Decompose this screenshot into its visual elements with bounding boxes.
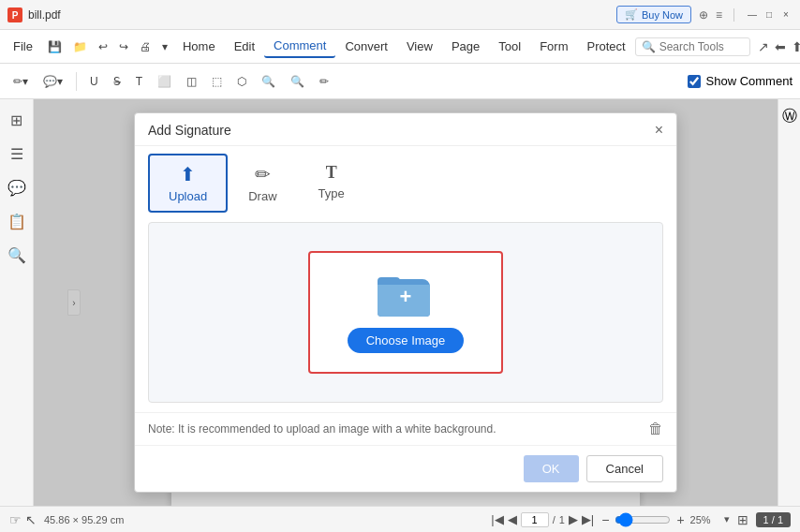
- app-icon: P: [7, 7, 22, 22]
- last-page-btn[interactable]: ▶|: [582, 512, 594, 526]
- sidebar-comments-icon[interactable]: 💬: [4, 174, 30, 200]
- underline-btn[interactable]: U: [84, 72, 104, 91]
- shape2-btn[interactable]: ⬡: [231, 72, 252, 91]
- cursor-hand-icon[interactable]: ☞: [9, 512, 22, 527]
- menu-comment[interactable]: Comment: [264, 35, 335, 58]
- folder-plus-icon: +: [400, 285, 412, 309]
- menu-right-icons: ↗ ⬅ ⬆: [758, 39, 800, 54]
- menu-edit[interactable]: Edit: [225, 36, 264, 57]
- forward-icon[interactable]: ⬆: [792, 39, 800, 54]
- text-btn[interactable]: T: [130, 72, 148, 91]
- tab-type[interactable]: T Type: [298, 154, 365, 213]
- upload-tab-icon: ⬆: [180, 163, 196, 185]
- toolbar-save[interactable]: 💾: [42, 37, 67, 56]
- toolbar-print[interactable]: 🖨: [134, 37, 156, 56]
- menu-bar: File 💾 📁 ↩ ↪ 🖨 ▾ Home Edit Comment Conve…: [0, 30, 800, 64]
- show-comment-label: Show Comment: [706, 74, 793, 88]
- cursor-arrow-icon[interactable]: ↖: [25, 512, 37, 527]
- share-icon[interactable]: ↗: [758, 39, 769, 54]
- first-page-btn[interactable]: |◀: [491, 512, 503, 526]
- dialog-title: Add Signature: [148, 123, 231, 138]
- minimize-button[interactable]: —: [746, 8, 759, 22]
- show-comment-checkbox[interactable]: [688, 75, 701, 88]
- title-bar-actions: 🛒 Buy Now ⊕ ≡: [616, 6, 738, 23]
- menu-tool[interactable]: Tool: [489, 36, 530, 57]
- search-box[interactable]: 🔍: [635, 37, 750, 56]
- draw-tab-icon: ✏: [255, 163, 271, 185]
- svg-text:P: P: [12, 10, 19, 21]
- close-button[interactable]: ×: [779, 8, 793, 22]
- menu-page[interactable]: Page: [442, 36, 489, 57]
- zoom-dropdown-icon[interactable]: ▾: [724, 513, 730, 525]
- buy-now-button[interactable]: 🛒 Buy Now: [616, 6, 691, 23]
- toolbar-more[interactable]: ▾: [156, 37, 173, 56]
- draw-tab-label: Draw: [248, 189, 276, 203]
- sidebar-pages-icon[interactable]: ⊞: [4, 107, 30, 133]
- toolbar-redo[interactable]: ↪: [113, 37, 134, 56]
- word-icon[interactable]: Ⓦ: [780, 107, 799, 126]
- next-page-btn[interactable]: ▶: [569, 512, 578, 526]
- toolbar-undo[interactable]: ↩: [93, 37, 113, 56]
- search2-btn[interactable]: 🔍: [285, 72, 310, 91]
- page-separator: /: [553, 514, 556, 525]
- maximize-button[interactable]: □: [763, 8, 776, 22]
- menu-form[interactable]: Form: [530, 36, 577, 57]
- folder-icon: +: [378, 272, 434, 317]
- dialog-footer: OK Cancel: [135, 445, 676, 492]
- view-mode-button[interactable]: ⊞: [737, 512, 748, 527]
- menu-protect[interactable]: Protect: [577, 36, 634, 57]
- type-tab-icon: T: [326, 163, 337, 183]
- zoom-slider[interactable]: [615, 512, 671, 527]
- strikethrough-btn[interactable]: S̶: [108, 72, 126, 91]
- status-bar-right: |◀ ◀ / 1 ▶ ▶| − + 25% ▾ ⊞ 1 / 1: [491, 512, 791, 527]
- icon2: ≡: [716, 8, 722, 22]
- status-bar: ☞ ↖ 45.86 × 95.29 cm |◀ ◀ / 1 ▶ ▶| − + 2…: [0, 506, 800, 532]
- page-badge: 1 / 1: [756, 512, 791, 527]
- dimensions-display: 45.86 × 95.29 cm: [44, 514, 124, 525]
- dialog-close-button[interactable]: ×: [655, 123, 663, 138]
- stamp-btn[interactable]: 🔍: [256, 72, 281, 91]
- search-input[interactable]: [659, 40, 744, 53]
- textbox-btn[interactable]: ⬜: [152, 72, 177, 91]
- title-bar: P bill.pdf 🛒 Buy Now ⊕ ≡ — □ ×: [0, 0, 800, 30]
- sidebar-attachments-icon[interactable]: 📋: [4, 208, 30, 234]
- menu-convert[interactable]: Convert: [335, 36, 397, 57]
- search-icon: 🔍: [642, 40, 656, 53]
- sidebar-right: Ⓦ: [778, 99, 800, 506]
- menu-home[interactable]: Home: [173, 36, 225, 57]
- note-text: Note: It is recommended to upload an ima…: [148, 422, 496, 436]
- icon1: ⊕: [699, 8, 708, 22]
- prev-page-btn[interactable]: ◀: [508, 512, 517, 526]
- upload-area: + Choose Image: [148, 222, 663, 403]
- comment-btn[interactable]: 💬▾: [37, 72, 68, 91]
- total-pages: 1: [559, 514, 565, 525]
- type-tab-label: Type: [319, 186, 345, 200]
- back-icon[interactable]: ⬅: [775, 39, 786, 54]
- upload-tab-label: Upload: [169, 189, 207, 203]
- choose-image-button[interactable]: Choose Image: [348, 328, 465, 353]
- callout-btn[interactable]: ◫: [181, 72, 202, 91]
- pencil-btn[interactable]: ✏: [314, 72, 334, 91]
- window-controls[interactable]: — □ ×: [746, 8, 793, 22]
- window-title: bill.pdf: [28, 8, 616, 22]
- delete-icon[interactable]: 🗑: [648, 421, 663, 437]
- zoom-in-btn[interactable]: +: [676, 512, 684, 527]
- tab-draw[interactable]: ✏ Draw: [228, 154, 297, 213]
- page-number-input[interactable]: [521, 512, 549, 527]
- menu-view[interactable]: View: [397, 36, 442, 57]
- menu-file[interactable]: File: [4, 36, 42, 57]
- toolbar-open[interactable]: 📁: [67, 37, 93, 56]
- dialog-note: Note: It is recommended to upload an ima…: [135, 412, 676, 445]
- dialog-header: Add Signature ×: [135, 113, 676, 146]
- show-comment-area: Show Comment: [688, 74, 793, 88]
- shape-btn[interactable]: ⬚: [206, 72, 228, 91]
- dialog-tabs: ⬆ Upload ✏ Draw T Type: [135, 146, 676, 213]
- zoom-out-btn[interactable]: −: [601, 512, 609, 527]
- upload-zone[interactable]: + Choose Image: [308, 251, 504, 374]
- cancel-button[interactable]: Cancel: [586, 455, 663, 482]
- tab-upload[interactable]: ⬆ Upload: [148, 154, 228, 213]
- ok-button[interactable]: OK: [524, 455, 579, 482]
- highlighter-btn[interactable]: ✏▾: [7, 72, 34, 91]
- sidebar-bookmarks-icon[interactable]: ☰: [4, 140, 30, 167]
- sidebar-search-icon[interactable]: 🔍: [4, 242, 30, 268]
